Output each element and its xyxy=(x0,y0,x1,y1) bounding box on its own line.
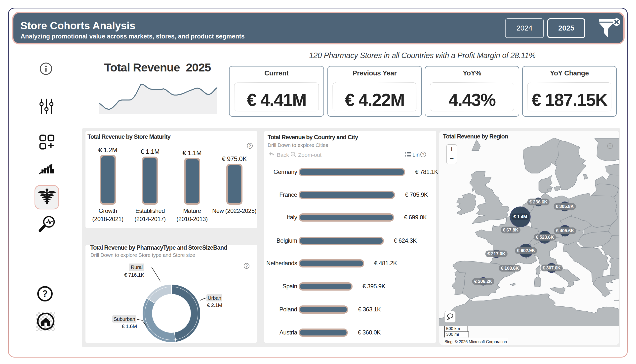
svg-text:?: ? xyxy=(42,288,48,299)
